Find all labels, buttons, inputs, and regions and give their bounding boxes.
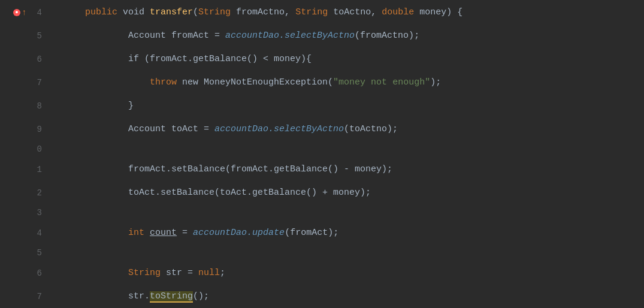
line-number: 3 <box>30 204 42 221</box>
line-number: 1 <box>30 161 42 178</box>
dao-call-update: accountDao.update <box>193 228 285 238</box>
line-gutter-7: 7 <box>0 74 48 91</box>
code-text: = <box>177 228 193 238</box>
code-text: str. <box>85 291 150 301</box>
line-number: 4 <box>30 4 42 21</box>
line-number: 6 <box>30 265 42 282</box>
line-number: 5 <box>30 28 42 44</box>
line-number: 7 <box>30 288 42 305</box>
code-text: (toActno); <box>344 124 398 134</box>
code-text <box>85 228 128 238</box>
arrow-up-icon: ↑ <box>22 4 26 21</box>
line-gutter-12: 2 <box>0 185 48 201</box>
code-line-14: 4 int count = accountDao.update(fromAct)… <box>0 221 644 244</box>
line-gutter-16: 6 <box>0 265 48 282</box>
line-gutter-10: 0 <box>0 141 48 158</box>
line-gutter-17: 7 <box>0 288 48 305</box>
line-number: 4 <box>30 225 42 241</box>
code-text: Account toAct = <box>85 124 214 134</box>
line-gutter-6: 6 <box>0 51 48 68</box>
code-text: (fromAct); <box>285 228 338 238</box>
code-line-17: 7 str.toString(); <box>0 285 644 308</box>
code-line-9: 9 Account toAct = accountDao.selectByAct… <box>0 118 644 141</box>
line-gutter-14: 4 <box>0 225 48 241</box>
line-gutter-11: 1 <box>0 161 48 178</box>
line-number: 5 <box>30 244 42 261</box>
line-gutter-9: 9 <box>0 121 48 138</box>
line-gutter-13: 3 <box>0 204 48 221</box>
line-number: 8 <box>30 98 42 114</box>
breakpoint-icon[interactable]: ● <box>13 9 20 16</box>
highlight-tostring: toString <box>150 291 193 303</box>
code-editor: ● ↑ 4 public void transfer(String fromAc… <box>0 0 644 308</box>
line-gutter-5: 5 <box>0 28 48 44</box>
keyword-int: int <box>128 228 144 238</box>
line-gutter-15: 5 <box>0 244 48 261</box>
line-gutter-8: 8 <box>0 98 48 114</box>
code-text: (); <box>193 291 209 301</box>
code-text: toAct.setBalance(toAct.getBalance() + mo… <box>85 188 371 198</box>
line-number: 6 <box>30 51 42 68</box>
code-line-12: 2 toAct.setBalance(toAct.getBalance() + … <box>0 181 644 204</box>
line-number: 9 <box>30 121 42 138</box>
line-number: 2 <box>30 185 42 201</box>
line-number: 0 <box>30 141 42 158</box>
line-code: str.toString(); <box>48 271 644 308</box>
line-gutter-4: ● ↑ 4 <box>0 4 48 21</box>
line-icons-4: ● ↑ <box>13 4 30 21</box>
line-number: 7 <box>30 74 42 91</box>
code-text <box>144 228 150 238</box>
variable-count: count <box>150 228 177 238</box>
dao-call: accountDao.selectByActno <box>214 124 344 134</box>
